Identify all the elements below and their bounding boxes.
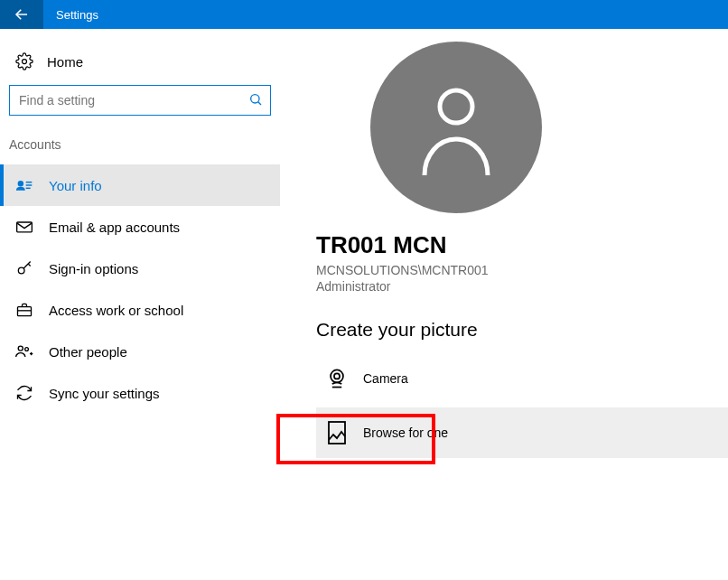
svg-point-1 (23, 60, 27, 64)
svg-rect-12 (18, 307, 32, 316)
mail-icon (14, 220, 34, 234)
svg-line-3 (258, 101, 261, 104)
sidebar-item-label: Sign-in options (49, 261, 138, 276)
user-domain: MCNSOLUTIONS\MCNTR001 (316, 263, 728, 277)
svg-point-20 (334, 373, 340, 379)
sidebar-item-label: Email & app accounts (49, 220, 180, 235)
people-add-icon (14, 343, 34, 360)
svg-point-9 (18, 267, 24, 274)
browse-button[interactable]: Browse for one (316, 407, 728, 458)
sidebar: Home Accounts (0, 29, 280, 580)
svg-point-18 (440, 90, 472, 123)
svg-point-2 (251, 94, 259, 102)
search-input[interactable] (9, 85, 271, 116)
sidebar-item-label: Your info (49, 178, 102, 193)
svg-point-14 (18, 346, 23, 351)
sidebar-item-email[interactable]: Email & app accounts (0, 206, 280, 248)
briefcase-icon (14, 302, 34, 318)
titlebar: Settings (0, 0, 728, 29)
sidebar-item-work-school[interactable]: Access work or school (0, 289, 280, 331)
camera-label: Camera (363, 371, 408, 386)
back-button[interactable] (0, 0, 43, 29)
gear-icon (14, 52, 34, 70)
svg-point-4 (18, 182, 23, 186)
search-field[interactable] (19, 93, 248, 108)
window-title: Settings (43, 8, 98, 22)
sidebar-item-label: Other people (49, 344, 127, 360)
person-card-icon (14, 177, 34, 193)
browse-label: Browse for one (363, 426, 448, 440)
sidebar-item-signin[interactable]: Sign-in options (0, 248, 280, 289)
picture-file-icon (323, 420, 350, 445)
svg-rect-8 (17, 222, 33, 232)
person-icon (411, 78, 501, 177)
back-arrow-icon (14, 6, 30, 23)
user-role: Administrator (316, 279, 728, 294)
sidebar-item-sync[interactable]: Sync your settings (0, 372, 280, 414)
sidebar-item-your-info[interactable]: Your info (0, 164, 280, 206)
camera-icon (323, 367, 350, 390)
sidebar-section-title: Accounts (0, 132, 280, 164)
svg-point-15 (25, 348, 29, 351)
key-icon (14, 259, 34, 277)
avatar (370, 42, 542, 213)
home-button[interactable]: Home (0, 45, 280, 85)
svg-point-19 (331, 370, 343, 382)
search-icon (248, 92, 263, 109)
user-display-name: TR001 MCN (316, 231, 728, 259)
sync-icon (14, 384, 34, 402)
sidebar-item-label: Access work or school (49, 303, 183, 318)
home-label: Home (47, 54, 83, 70)
main-panel: TR001 MCN MCNSOLUTIONS\MCNTR001 Administ… (280, 29, 728, 580)
create-picture-header: Create your picture (316, 319, 728, 341)
svg-line-11 (28, 264, 30, 267)
camera-button[interactable]: Camera (316, 355, 728, 402)
sidebar-item-other-people[interactable]: Other people (0, 331, 280, 372)
sidebar-item-label: Sync your settings (49, 386, 160, 401)
